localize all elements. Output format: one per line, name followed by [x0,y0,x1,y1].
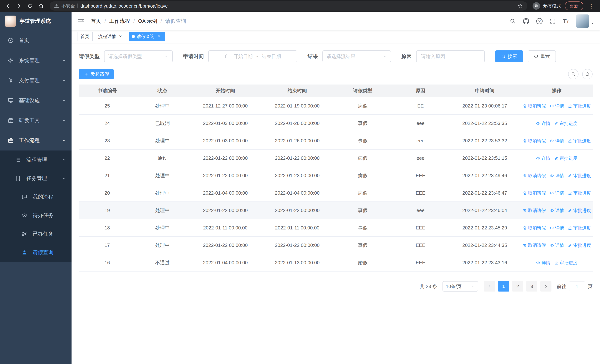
cell-leave-type: 婚假 [333,254,392,271]
sidebar-item-leave[interactable]: 请假查询 [0,243,72,262]
progress-link[interactable]: 审批进度 [568,208,591,214]
sidebar-item-label: 工作流程 [19,137,40,144]
search-icon[interactable] [510,18,516,24]
refresh-table-button[interactable] [582,69,593,79]
toggle-search-button[interactable] [568,69,579,79]
column-header: 状态 [135,84,189,97]
cancel-link[interactable]: 取消请假 [523,103,546,109]
page-button-3[interactable]: 3 [526,281,537,291]
sidebar-item-workflow[interactable]: 工作流程 [0,131,72,150]
sidebar-item-process[interactable]: 流程管理 [0,150,72,169]
task-icon [15,175,21,182]
help-icon[interactable]: ? [536,18,543,24]
sidebar-item-done[interactable]: 已办任务 [0,225,72,243]
sidebar-item-task[interactable]: 任务管理 [0,169,72,187]
detail-link[interactable]: 详情 [550,190,564,196]
cancel-link[interactable]: 取消请假 [523,190,546,196]
breadcrumb-item[interactable]: 工作流程 [109,18,130,25]
detail-link[interactable]: 详情 [536,260,550,266]
reset-button[interactable]: 重置 [528,50,556,62]
close-icon[interactable]: × [156,34,162,39]
cancel-link[interactable]: 取消请假 [523,138,546,144]
search-button[interactable]: 搜索 [495,50,523,62]
detail-link[interactable]: 详情 [550,173,564,179]
detail-link[interactable]: 详情 [550,138,564,144]
detail-link[interactable]: 详情 [550,103,564,109]
sidebar-item-label: 首页 [19,37,29,44]
detail-link[interactable]: 详情 [536,155,550,161]
progress-link[interactable]: 审批进度 [568,190,591,196]
browser-home-button[interactable] [36,1,46,11]
progress-link[interactable]: 审批进度 [568,138,591,144]
logo[interactable]: 芋道管理系统 [0,12,72,30]
next-page-button[interactable] [540,281,552,291]
table-row: 20处理中2022-01-04 00:00:002022-01-04 00:00… [79,184,593,202]
cell-reason: EEE [392,184,449,202]
cell-start-time: 2022-01-04 00:00:00 [189,184,261,202]
table-row: 25处理中2021-12-27 00:00:002022-01-19 00:00… [79,97,593,114]
apply-time-range-picker[interactable]: 开始日期 - 结束日期 [208,50,297,62]
table-row: 22通过2022-01-22 00:00:002022-01-22 00:00:… [79,149,593,167]
sidebar-toggle-icon[interactable] [77,18,85,25]
prev-page-button[interactable] [484,281,495,291]
progress-link[interactable]: 审批进度 [568,243,591,248]
browser-back-button[interactable] [3,1,13,11]
cell-leave-type: 病假 [333,97,392,114]
detail-link[interactable]: 详情 [550,225,564,231]
progress-link[interactable]: 审批进度 [554,260,577,266]
sidebar-item-devtools[interactable]: 研发工具 [0,111,72,131]
cancel-link[interactable]: 取消请假 [523,173,546,179]
reset-button-label: 重置 [540,53,550,60]
leave-type-select[interactable]: 请选择请假类型 [104,50,173,62]
create-leave-button[interactable]: 发起请假 [79,69,114,79]
cell-apply-time: 2022-01-22 23:46:47 [449,184,521,202]
breadcrumb-item[interactable]: 首页 [91,18,101,25]
page-button-2[interactable]: 2 [512,281,523,291]
detail-link[interactable]: 详情 [536,121,550,126]
browser-forward-button[interactable] [14,1,24,11]
page-button-1[interactable]: 1 [498,281,509,291]
progress-link[interactable]: 审批进度 [554,121,577,126]
close-icon[interactable]: × [118,34,123,39]
table-row: 23处理中2022-01-03 00:00:002022-01-26 00:00… [79,132,593,149]
bookmark-star-icon[interactable] [517,3,523,9]
cell-start-time: 2021-12-27 00:00:00 [189,97,261,114]
goto-page-input[interactable] [569,281,585,291]
github-icon[interactable] [523,18,529,24]
cancel-link[interactable]: 取消请假 [523,208,546,214]
browser-refresh-button[interactable] [25,1,35,11]
page-size-select[interactable]: 10条/页 [442,281,478,291]
breadcrumb-item[interactable]: OA 示例 [138,18,157,25]
tab-1[interactable]: 流程详情× [95,32,126,41]
incognito-label: 无痕模式 [543,3,561,9]
fullscreen-icon[interactable] [550,18,556,24]
update-button[interactable]: 更新 [565,1,583,10]
progress-link[interactable]: 审批进度 [568,173,591,179]
tab-2[interactable]: 请假查询× [129,32,165,41]
progress-link[interactable]: 审批进度 [568,103,591,109]
page-content: 请假类型 请选择请假类型 申请时间 开始日期 - 结束日期 [72,43,600,364]
cell-apply-time: 2022-01-22 23:51:15 [449,149,521,167]
progress-link[interactable]: 审批进度 [554,155,577,161]
font-size-icon[interactable]: TT [563,18,569,24]
cancel-link[interactable]: 取消请假 [523,243,546,248]
sidebar-item-label: 请假查询 [33,249,53,256]
progress-link[interactable]: 审批进度 [568,225,591,231]
detail-link[interactable]: 详情 [550,243,564,248]
address-bar[interactable]: 不安全 dashboard.yudao.iocoder.cn/bpm/oa/le… [50,1,527,10]
sidebar-item-infra[interactable]: 基础设施 [0,90,72,111]
result-select[interactable]: 请选择流结果 [322,50,391,62]
sidebar-item-home[interactable]: 首页 [0,30,72,50]
sidebar-item-todo[interactable]: 待办任务 [0,206,72,225]
tab-0[interactable]: 首页 [77,32,93,41]
sidebar-item-system[interactable]: 系统管理 [0,50,72,70]
cancel-link[interactable]: 取消请假 [523,225,546,231]
cell-status: 处理中 [135,132,189,149]
detail-link[interactable]: 详情 [550,208,564,214]
cell-leave-type: 事假 [333,219,392,236]
reason-input[interactable] [416,50,485,62]
sidebar-item-my-process[interactable]: 我的流程 [0,187,72,206]
user-menu[interactable] [576,14,594,28]
sidebar-item-payment[interactable]: 支付管理 [0,70,72,90]
browser-menu-icon[interactable]: ⋮ [587,3,596,9]
